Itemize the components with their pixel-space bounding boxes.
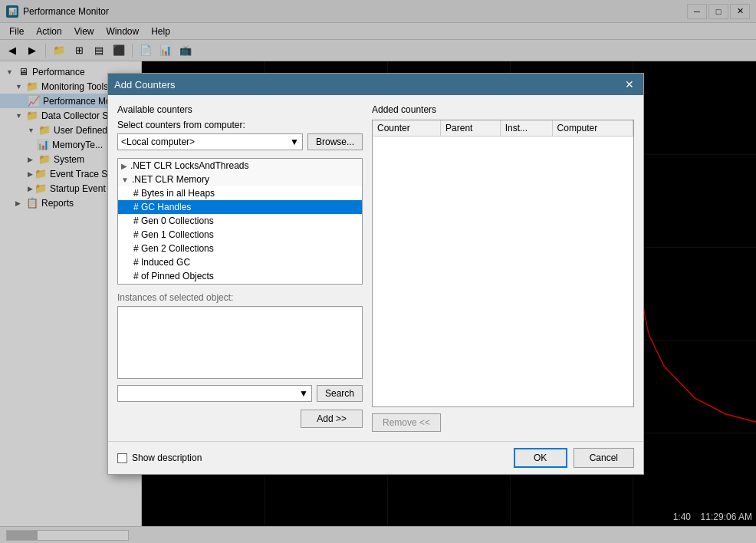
ok-cancel-row: OK Cancel bbox=[514, 448, 634, 468]
dialog-title: Add Counters bbox=[114, 79, 176, 90]
col-parent: Parent bbox=[441, 120, 501, 137]
ok-button[interactable]: OK bbox=[514, 448, 567, 468]
search-dropdown-arrow: ▼ bbox=[299, 388, 308, 399]
counter-group-locksandthreads[interactable]: ▶ .NET CLR LocksAndThreads bbox=[118, 159, 362, 173]
show-desc-label: Show description bbox=[132, 452, 202, 463]
instances-label: Instances of selected object: bbox=[117, 292, 363, 303]
available-counters-label: Available counters bbox=[117, 104, 363, 115]
add-counters-dialog: Add Counters ✕ Available counters Select… bbox=[107, 73, 644, 475]
search-row: ▼ Search bbox=[117, 385, 363, 402]
dialog-title-bar: Add Counters ✕ bbox=[108, 74, 643, 95]
add-button[interactable]: Add >> bbox=[301, 410, 363, 428]
counter-item-bytes-heaps[interactable]: # Bytes in all Heaps bbox=[118, 186, 362, 200]
added-counters-table: Counter Parent Inst... Computer bbox=[373, 120, 633, 137]
col-counter: Counter bbox=[373, 120, 441, 137]
added-counters-label: Added counters bbox=[372, 104, 634, 115]
instances-box bbox=[117, 306, 363, 379]
right-panel: Added counters Counter Parent Inst... Co… bbox=[372, 104, 634, 432]
added-table-container: Counter Parent Inst... Computer bbox=[372, 120, 634, 407]
counter-item-gc-handles[interactable]: # GC Handles bbox=[118, 200, 362, 214]
show-desc-row: Show description bbox=[117, 452, 202, 463]
computer-dropdown[interactable]: <Local computer> ▼ bbox=[117, 133, 303, 150]
counter-item-gen0[interactable]: # Gen 0 Collections bbox=[118, 214, 362, 228]
group-label-memory: .NET CLR Memory bbox=[132, 174, 209, 185]
expand-locksandthreads: ▶ bbox=[121, 162, 127, 170]
dialog-footer: Show description OK Cancel bbox=[108, 441, 643, 474]
select-from-label: Select counters from computer: bbox=[117, 120, 363, 130]
show-desc-checkbox[interactable] bbox=[117, 453, 127, 463]
expand-memory: ▼ bbox=[121, 176, 129, 184]
counter-group-memory[interactable]: ▼ .NET CLR Memory bbox=[118, 173, 362, 186]
counter-item-induced-gc[interactable]: # Induced GC bbox=[118, 255, 362, 269]
dialog-close-button[interactable]: ✕ bbox=[622, 77, 637, 91]
counter-item-gen2[interactable]: # Gen 2 Collections bbox=[118, 242, 362, 255]
counter-item-gen1[interactable]: # Gen 1 Collections bbox=[118, 228, 362, 242]
dialog-body: Available counters Select counters from … bbox=[108, 95, 643, 441]
dropdown-arrow: ▼ bbox=[290, 137, 299, 147]
group-label-locksandthreads: .NET CLR LocksAndThreads bbox=[130, 160, 249, 171]
col-computer: Computer bbox=[552, 120, 633, 137]
browse-button[interactable]: Browse... bbox=[307, 133, 363, 150]
left-buttons-row: Add >> bbox=[117, 410, 363, 428]
counter-item-pinned-objects[interactable]: # of Pinned Objects bbox=[118, 269, 362, 283]
computer-select-row: <Local computer> ▼ Browse... bbox=[117, 133, 363, 150]
cancel-button[interactable]: Cancel bbox=[574, 448, 634, 468]
remove-button[interactable]: Remove << bbox=[372, 413, 441, 432]
search-button[interactable]: Search bbox=[317, 385, 363, 402]
counter-list[interactable]: ▶ .NET CLR LocksAndThreads ▼ .NET CLR Me… bbox=[117, 158, 363, 285]
left-panel: Available counters Select counters from … bbox=[117, 104, 363, 432]
remove-row: Remove << bbox=[372, 413, 634, 432]
search-input-dropdown[interactable]: ▼ bbox=[117, 385, 312, 402]
modal-overlay: Add Counters ✕ Available counters Select… bbox=[0, 0, 756, 543]
col-inst: Inst... bbox=[500, 120, 552, 137]
